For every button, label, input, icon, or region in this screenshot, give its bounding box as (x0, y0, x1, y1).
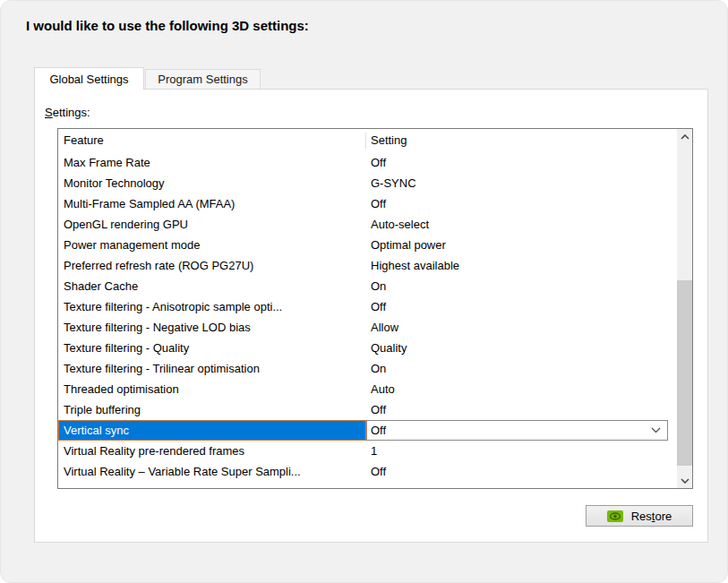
restore-button[interactable]: Restore (586, 505, 693, 527)
setting-cell[interactable]: Auto-select (366, 214, 677, 235)
tab-program-settings[interactable]: Program Settings (145, 69, 261, 89)
table-row[interactable]: Threaded optimisation Auto (58, 379, 677, 399)
chevron-up-icon (681, 134, 689, 140)
chevron-down-icon (651, 427, 661, 433)
dropdown-value: Off (371, 420, 386, 441)
feature-cell[interactable]: Triple buffering (58, 399, 366, 420)
feature-cell[interactable]: OpenGL rendering GPU (58, 214, 366, 235)
column-header-setting: Setting (366, 133, 677, 149)
settings-label-mnemonic: S (45, 106, 53, 119)
setting-cell[interactable]: Off (366, 152, 677, 173)
table-row[interactable]: Texture filtering - Trilinear optimisati… (58, 358, 677, 379)
table-row[interactable]: OpenGL rendering GPU Auto-select (58, 214, 677, 235)
table-row[interactable]: Triple buffering Off (58, 399, 677, 420)
vertical-sync-dropdown[interactable]: Off (366, 420, 668, 441)
restore-label-post: ore (655, 510, 672, 523)
feature-cell[interactable]: Virtual Reality – Variable Rate Super Sa… (58, 461, 366, 482)
restore-button-label: Restore (631, 510, 672, 523)
table-row[interactable]: Multi-Frame Sampled AA (MFAA) Off (58, 193, 677, 214)
setting-cell[interactable]: On (366, 358, 677, 379)
feature-cell[interactable]: Texture filtering - Negative LOD bias (58, 317, 366, 338)
setting-cell[interactable]: G-SYNC (366, 173, 677, 193)
table-row[interactable]: Virtual Reality – Variable Rate Super Sa… (58, 461, 677, 482)
setting-cell[interactable]: Off (366, 296, 677, 317)
table-row[interactable]: Shader Cache On (58, 276, 677, 296)
feature-cell[interactable]: Monitor Technology (58, 173, 366, 193)
feature-cell[interactable]: Texture filtering - Anisotropic sample o… (58, 296, 366, 317)
feature-cell[interactable]: Multi-Frame Sampled AA (MFAA) (58, 193, 366, 214)
settings-label: Settings: (45, 106, 90, 119)
feature-cell-selected[interactable]: Vertical sync (58, 420, 366, 441)
settings-list-content: Feature Setting Max Frame Rate Off Monit… (58, 129, 677, 488)
tab-global-settings[interactable]: Global Settings (34, 67, 144, 90)
setting-cell[interactable]: Auto (366, 379, 677, 399)
tab-program-settings-label: Program Settings (158, 73, 247, 86)
table-row[interactable]: Max Frame Rate Off (58, 152, 677, 173)
feature-cell[interactable]: Shader Cache (58, 276, 366, 296)
feature-cell[interactable]: Threaded optimisation (58, 379, 366, 399)
chevron-down-icon (681, 478, 689, 484)
table-row[interactable]: Texture filtering - Anisotropic sample o… (58, 296, 677, 317)
vertical-scrollbar[interactable] (677, 129, 692, 488)
setting-cell[interactable]: Off (366, 193, 677, 214)
tab-global-settings-label: Global Settings (49, 73, 128, 86)
scrollbar-thumb[interactable] (677, 280, 692, 466)
restore-label-pre: Res (631, 510, 652, 523)
setting-cell[interactable]: Allow (366, 317, 677, 338)
scroll-up-button[interactable] (677, 129, 692, 144)
setting-cell[interactable]: Off (366, 461, 677, 482)
global-settings-panel: Settings: Feature Setting Max Frame Rate… (34, 89, 708, 543)
feature-cell[interactable]: Texture filtering - Trilinear optimisati… (58, 358, 366, 379)
settings-list: Feature Setting Max Frame Rate Off Monit… (57, 128, 693, 489)
settings-label-post: ettings: (53, 106, 90, 119)
nvidia-logo-icon (607, 510, 623, 522)
feature-cell[interactable]: Texture filtering - Quality (58, 338, 366, 358)
table-row[interactable]: Virtual Reality pre-rendered frames 1 (58, 441, 677, 461)
scroll-down-button[interactable] (677, 473, 692, 488)
feature-cell[interactable]: Preferred refresh rate (ROG PG27U) (58, 255, 366, 276)
settings-card: I would like to use the following 3D set… (0, 0, 728, 583)
table-row[interactable]: Texture filtering - Negative LOD bias Al… (58, 317, 677, 338)
table-row[interactable]: Monitor Technology G-SYNC (58, 173, 677, 193)
table-row[interactable]: Texture filtering - Quality Quality (58, 338, 677, 358)
feature-cell[interactable]: Power management mode (58, 235, 366, 255)
setting-cell[interactable]: Highest available (366, 255, 677, 276)
setting-cell[interactable]: Off (366, 399, 677, 420)
table-row[interactable]: Power management mode Optimal power (58, 235, 677, 255)
table-row-vertical-sync-selected[interactable]: Vertical sync Off (58, 420, 677, 441)
setting-cell[interactable]: Optimal power (366, 235, 677, 255)
setting-cell[interactable]: On (366, 276, 677, 296)
feature-cell[interactable]: Virtual Reality pre-rendered frames (58, 441, 366, 461)
list-header: Feature Setting (58, 129, 677, 152)
page-title: I would like to use the following 3D set… (26, 18, 309, 33)
feature-cell[interactable]: Max Frame Rate (58, 152, 366, 173)
table-row[interactable]: Preferred refresh rate (ROG PG27U) Highe… (58, 255, 677, 276)
setting-cell[interactable]: 1 (366, 441, 677, 461)
setting-cell[interactable]: Quality (366, 338, 677, 358)
column-header-feature: Feature (58, 133, 366, 149)
